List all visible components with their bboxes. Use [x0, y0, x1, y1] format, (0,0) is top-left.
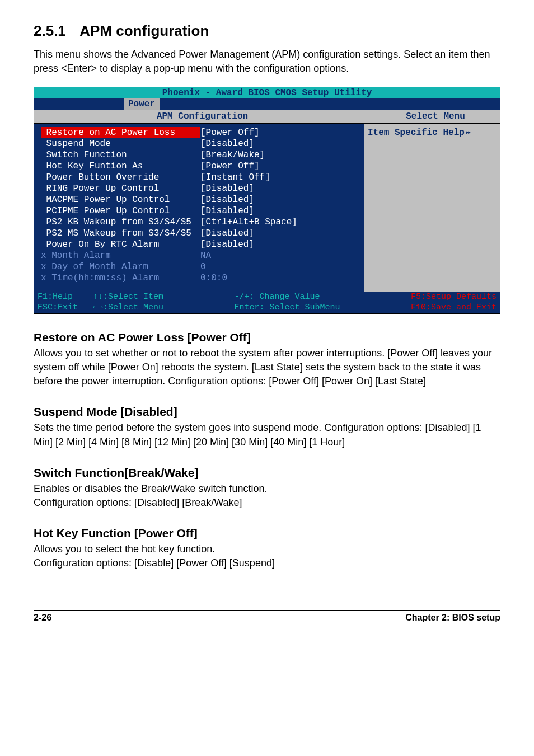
bios-setting-label: PCIPME Power Up Control — [41, 205, 200, 217]
section-title: APM configuration — [79, 22, 209, 40]
bios-setting-row[interactable]: PS2 KB Wakeup from S3/S4/S5[Ctrl+Alt+B S… — [41, 217, 357, 228]
bios-setting-label: Restore on AC Power Loss — [41, 127, 200, 138]
bios-screenshot: Phoenix - Award BIOS CMOS Setup Utility … — [34, 87, 500, 314]
item-descriptions: Restore on AC Power Loss [Power Off]Allo… — [34, 331, 500, 571]
bios-main[interactable]: Restore on AC Power Loss[Power Off] Susp… — [34, 124, 364, 292]
bios-titlebar: Phoenix - Award BIOS CMOS Setup Utility — [34, 87, 500, 98]
bios-tabrow: Power — [34, 98, 500, 110]
item-body: Sets the time period before the system g… — [34, 421, 500, 449]
bios-setting-label: x Time(hh:mm:ss) Alarm — [41, 273, 200, 284]
bios-setting-label: x Month Alarm — [41, 250, 200, 261]
item-heading: Restore on AC Power Loss [Power Off] — [34, 331, 500, 344]
item-body: Enables or disables the Break/Wake switc… — [34, 482, 500, 510]
bios-setting-value: [Disabled] — [200, 205, 254, 217]
item-body: Allows you to set whether or not to rebo… — [34, 346, 500, 389]
page-number: 2-26 — [34, 613, 51, 623]
bios-setting-label: Hot Key Funtion As — [41, 161, 200, 172]
bios-header-left: APM Configuration — [34, 110, 371, 123]
bios-footer: F1:Help ↑↓:Select Item ESC:Exit ←→:Selec… — [34, 292, 500, 313]
bios-setting-row[interactable]: Restore on AC Power Loss[Power Off] — [41, 127, 357, 138]
bios-setting-value: [Power Off] — [200, 161, 260, 172]
chapter-title: Chapter 2: BIOS setup — [405, 613, 500, 623]
bios-setting-value: [Disabled] — [200, 228, 254, 239]
bios-setting-value: [Disabled] — [200, 183, 254, 194]
bios-setting-row[interactable]: x Day of Month Alarm0 — [41, 261, 357, 273]
bios-footer-right: F5:Setup Defaults F10:Save and Exit — [411, 292, 496, 313]
page-footer: 2-26 Chapter 2: BIOS setup — [34, 610, 500, 623]
bios-setting-label: RING Power Up Control — [41, 183, 200, 194]
intro-paragraph: This menu shows the Advanced Power Manag… — [34, 48, 500, 76]
bios-setting-value: NA — [200, 250, 211, 261]
bios-setting-value: [Disabled] — [200, 194, 254, 205]
item-body: Allows you to select the hot key functio… — [34, 542, 500, 570]
item-heading: Switch Function[Break/Wake] — [34, 466, 500, 480]
bios-setting-value: [Disabled] — [200, 239, 254, 250]
bios-setting-value: [Disabled] — [200, 138, 254, 149]
bios-setting-row[interactable]: Suspend Mode[Disabled] — [41, 138, 357, 149]
bios-setting-label: MACPME Power Up Control — [41, 194, 200, 205]
bios-setting-label: Switch Function — [41, 149, 200, 161]
bios-setting-row[interactable]: Power Button Override[Instant Off] — [41, 172, 357, 183]
bios-setting-value: [Break/Wake] — [200, 149, 265, 161]
bios-footer-mid: -/+: Change Value Enter: Select SubMenu — [234, 292, 340, 313]
bios-setting-label: Suspend Mode — [41, 138, 200, 149]
bios-setting-label: Power On By RTC Alarm — [41, 239, 200, 250]
bios-footer-left: F1:Help ↑↓:Select Item ESC:Exit ←→:Selec… — [38, 292, 163, 313]
bios-help-title: Item Specific Help — [368, 128, 469, 138]
bios-setting-value: [Power Off] — [200, 127, 260, 138]
bios-setting-row[interactable]: RING Power Up Control[Disabled] — [41, 183, 357, 194]
bios-body: Restore on AC Power Loss[Power Off] Susp… — [34, 124, 500, 292]
bios-header-right: Select Menu — [371, 110, 500, 123]
bios-setting-row[interactable]: Hot Key Funtion As[Power Off] — [41, 161, 357, 172]
bios-help-panel: Item Specific Help — [364, 124, 500, 292]
bios-setting-value: 0 — [200, 261, 206, 273]
bios-setting-row[interactable]: MACPME Power Up Control[Disabled] — [41, 194, 357, 205]
bios-setting-label: PS2 KB Wakeup from S3/S4/S5 — [41, 217, 200, 228]
item-heading: Hot Key Function [Power Off] — [34, 527, 500, 540]
bios-setting-row[interactable]: Power On By RTC Alarm[Disabled] — [41, 239, 357, 250]
bios-setting-label: Power Button Override — [41, 172, 200, 183]
section-heading: 2.5.1 APM configuration — [34, 22, 500, 40]
bios-setting-row[interactable]: Switch Function[Break/Wake] — [41, 149, 357, 161]
bios-setting-value: [Instant Off] — [200, 172, 270, 183]
bios-tab-power[interactable]: Power — [124, 98, 160, 110]
bios-setting-label: x Day of Month Alarm — [41, 261, 200, 273]
bios-setting-value: [Ctrl+Alt+B Space] — [200, 217, 297, 228]
section-number: 2.5.1 — [34, 22, 66, 40]
bios-header-row: APM Configuration Select Menu — [34, 110, 500, 124]
bios-setting-row[interactable]: x Month AlarmNA — [41, 250, 357, 261]
bios-setting-label: PS2 MS Wakeup from S3/S4/S5 — [41, 228, 200, 239]
bios-setting-row[interactable]: x Time(hh:mm:ss) Alarm0:0:0 — [41, 273, 357, 284]
item-heading: Suspend Mode [Disabled] — [34, 405, 500, 419]
bios-setting-row[interactable]: PCIPME Power Up Control[Disabled] — [41, 205, 357, 217]
bios-setting-value: 0:0:0 — [200, 273, 227, 284]
bios-setting-row[interactable]: PS2 MS Wakeup from S3/S4/S5[Disabled] — [41, 228, 357, 239]
